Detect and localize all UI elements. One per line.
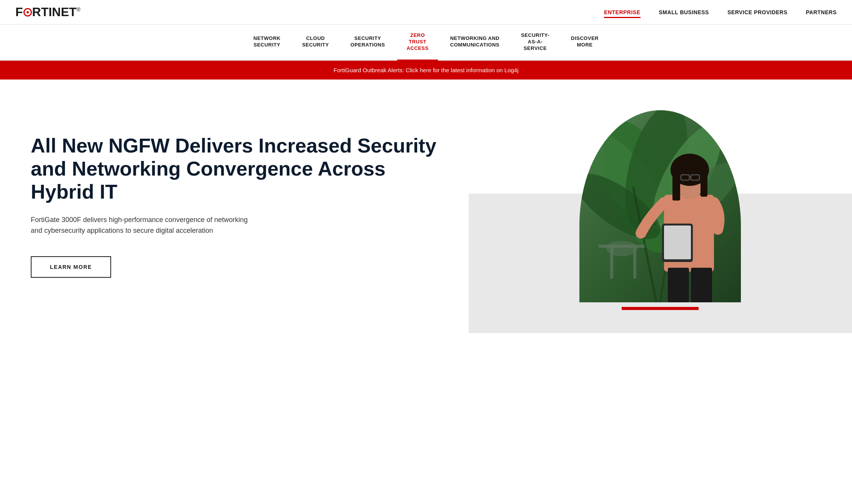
nav-link-service-providers[interactable]: SERVICE PROVIDERS	[727, 9, 787, 15]
subnav-item-networking-comm[interactable]: NETWORKING ANDCOMMUNICATIONS	[441, 28, 509, 57]
nav-item-service-providers[interactable]: SERVICE PROVIDERS	[727, 9, 787, 16]
nav-item-partners[interactable]: PARTNERS	[806, 9, 837, 16]
nav-link-enterprise[interactable]: ENTERPRISE	[604, 9, 640, 18]
logo-icon-group	[23, 8, 32, 17]
learn-more-button[interactable]: LEARN MORE	[31, 256, 111, 278]
nav-link-partners[interactable]: PARTNERS	[806, 9, 837, 15]
logo-rtinet-text: RTINET®	[32, 5, 81, 19]
top-nav: F RTINET® ENTERPRISE SMALL BUSINESS SERV…	[0, 0, 852, 25]
svg-rect-23	[668, 268, 689, 302]
nav-link-small-business[interactable]: SMALL BUSINESS	[659, 9, 709, 15]
subnav-item-security-operations[interactable]: SECURITYOPERATIONS	[341, 28, 394, 57]
nav-item-small-business[interactable]: SMALL BUSINESS	[659, 9, 709, 16]
hero-subtitle: FortiGate 3000F delivers high-performanc…	[31, 214, 254, 237]
logo-circle-dot	[27, 11, 29, 13]
logo-circle-icon	[23, 8, 32, 17]
hero-content: All New NGFW Delivers Increased Security…	[0, 80, 469, 333]
logo-f-letter: F	[15, 5, 23, 19]
subnav-item-cloud-security[interactable]: CLOUDSECURITY	[293, 28, 338, 57]
logo-registered: ®	[77, 7, 80, 13]
nav-item-enterprise[interactable]: ENTERPRISE	[604, 9, 640, 16]
logo[interactable]: F RTINET®	[15, 5, 80, 19]
subnav-item-zero-trust[interactable]: ZEROTRUSTACCESS	[397, 25, 438, 61]
woman-figure	[579, 110, 741, 302]
hero-title: All New NGFW Delivers Increased Security…	[31, 134, 446, 203]
svg-rect-24	[691, 268, 712, 302]
red-accent-bar	[622, 307, 699, 310]
hero-image-area	[469, 80, 852, 333]
subnav-item-discover-more[interactable]: DISCOVERMORE	[562, 28, 608, 57]
top-nav-links: ENTERPRISE SMALL BUSINESS SERVICE PROVID…	[604, 9, 837, 16]
svg-rect-16	[672, 170, 680, 201]
subnav-item-security-as-a-service[interactable]: SECURITY-AS-A-SERVICE	[512, 25, 559, 61]
alert-text: FortiGuard Outbreak Alerts: Click here f…	[333, 67, 518, 73]
sub-nav: NETWORKSECURITY CLOUDSECURITY SECURITYOP…	[0, 25, 852, 61]
hero-image	[579, 110, 741, 302]
subnav-item-network-security[interactable]: NETWORKSECURITY	[244, 28, 290, 57]
svg-rect-17	[701, 170, 707, 197]
alert-banner[interactable]: FortiGuard Outbreak Alerts: Click here f…	[0, 61, 852, 80]
hero-section: All New NGFW Delivers Increased Security…	[0, 80, 852, 333]
svg-rect-22	[664, 225, 691, 259]
